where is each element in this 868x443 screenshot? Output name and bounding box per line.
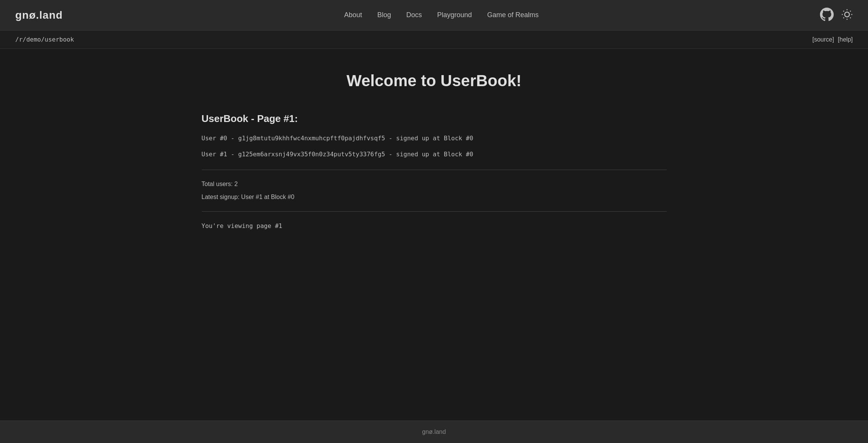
breadcrumb-path: /r/demo/userbook bbox=[15, 36, 74, 43]
svg-line-3 bbox=[843, 11, 844, 11]
source-link[interactable]: [source] bbox=[812, 36, 834, 43]
header-actions bbox=[820, 8, 853, 23]
divider-1 bbox=[202, 170, 667, 170]
section-title: UserBook - Page #1: bbox=[202, 113, 667, 125]
svg-line-4 bbox=[850, 18, 851, 18]
page-title: Welcome to UserBook! bbox=[202, 72, 667, 90]
theme-toggle-button[interactable] bbox=[841, 9, 853, 21]
nav-game-of-realms[interactable]: Game of Realms bbox=[487, 11, 539, 19]
footer-logo: gnø.land bbox=[422, 429, 446, 435]
divider-2 bbox=[202, 211, 667, 212]
svg-point-0 bbox=[845, 12, 850, 17]
svg-line-8 bbox=[850, 11, 851, 11]
svg-line-7 bbox=[843, 18, 844, 18]
main-nav: About Blog Docs Playground Game of Realm… bbox=[344, 11, 539, 19]
main-content: Welcome to UserBook! UserBook - Page #1:… bbox=[186, 49, 682, 421]
sun-icon bbox=[841, 9, 853, 20]
viewing-line: You're viewing page #1 bbox=[202, 222, 667, 230]
nav-blog[interactable]: Blog bbox=[377, 11, 391, 19]
nav-playground[interactable]: Playground bbox=[437, 11, 472, 19]
breadcrumb-links: [source] [help] bbox=[812, 36, 853, 43]
breadcrumb-bar: /r/demo/userbook [source] [help] bbox=[0, 30, 868, 49]
help-link[interactable]: [help] bbox=[838, 36, 853, 43]
user-entry-1: User #1 - g125em6arxsnj49vx35f0n0z34putv… bbox=[202, 150, 667, 159]
github-icon bbox=[820, 8, 834, 21]
github-link[interactable] bbox=[820, 8, 834, 23]
latest-signup: Latest signup: User #1 at Block #0 bbox=[202, 194, 667, 201]
user-entry-0: User #0 - g1jg8mtutu9khhfwc4nxmuhcpftf0p… bbox=[202, 134, 667, 143]
site-logo[interactable]: gnø.land bbox=[15, 9, 63, 21]
total-users: Total users: 2 bbox=[202, 181, 667, 188]
nav-docs[interactable]: Docs bbox=[406, 11, 422, 19]
stats-section: Total users: 2 Latest signup: User #1 at… bbox=[202, 181, 667, 201]
footer: gnø.land bbox=[0, 421, 868, 443]
nav-about[interactable]: About bbox=[344, 11, 362, 19]
user-list: User #0 - g1jg8mtutu9khhfwc4nxmuhcpftf0p… bbox=[202, 134, 667, 159]
